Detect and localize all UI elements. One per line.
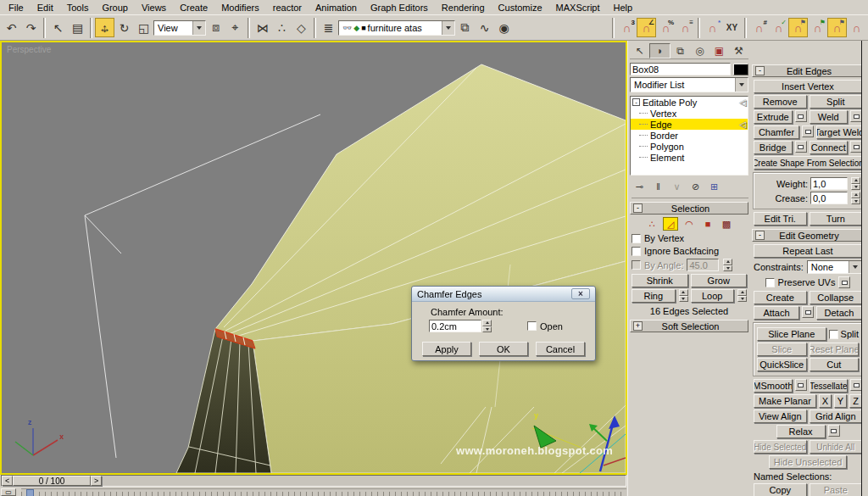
stack-row-border[interactable]: Border xyxy=(631,130,748,141)
layer-manager-icon[interactable]: ≣ xyxy=(319,18,338,37)
paste-button[interactable]: Paste xyxy=(810,483,863,496)
time-slider-track[interactable]: < 0 / 100 > xyxy=(1,475,626,487)
dialog-title-bar[interactable]: Chamfer Edges × xyxy=(412,287,595,302)
tab-modify[interactable]: ◗ xyxy=(649,43,670,59)
mirror-icon[interactable]: ⋈ xyxy=(253,18,272,37)
attach-settings-icon[interactable] xyxy=(802,306,814,318)
axis-constraints-icon[interactable]: XY xyxy=(722,18,742,37)
curve-editor-icon[interactable]: ∿ xyxy=(475,18,494,37)
snap-flag-4-icon[interactable]: ∩ xyxy=(847,18,866,37)
collapse-icon[interactable]: - xyxy=(632,98,640,106)
ok-button[interactable]: OK xyxy=(479,342,528,356)
unhide-all-button[interactable]: Unhide All xyxy=(810,440,863,454)
shrink-button[interactable]: Shrink xyxy=(632,274,688,287)
use-pivot-center-icon[interactable]: ⧈ xyxy=(206,18,225,37)
menu-group[interactable]: Group xyxy=(95,2,135,14)
combo-arrow-icon[interactable] xyxy=(442,21,454,35)
object-color-swatch[interactable] xyxy=(733,64,748,75)
menu-rendering[interactable]: Rendering xyxy=(435,2,492,14)
vertex-mode-icon[interactable]: ∴ xyxy=(644,217,659,231)
repeat-last-button[interactable]: Repeat Last xyxy=(754,244,862,258)
by-vertex-checkbox[interactable] xyxy=(632,234,641,243)
grid-align-button[interactable]: Grid Align xyxy=(810,410,863,423)
open-checkbox[interactable] xyxy=(527,321,537,331)
chamfer-amount-field[interactable] xyxy=(429,320,481,332)
bridge-button[interactable]: Bridge xyxy=(754,141,793,154)
copy-button[interactable]: Copy xyxy=(754,483,807,496)
chamfer-settings-icon[interactable] xyxy=(802,125,814,137)
hide-unselected-button[interactable]: Hide Unselected xyxy=(769,455,847,469)
snap-flag-3-icon[interactable]: ∩⚑ xyxy=(827,18,847,37)
select-move-icon[interactable]: ↔↕ xyxy=(95,18,114,37)
collapse-button[interactable]: Collapse xyxy=(810,291,863,304)
menu-tools[interactable]: Tools xyxy=(60,2,96,14)
tab-motion[interactable]: ◎ xyxy=(690,43,709,59)
edit-tri-button[interactable]: Edit Tri. xyxy=(754,212,807,226)
stack-row-element[interactable]: Element xyxy=(631,152,748,163)
split-button[interactable]: Split xyxy=(810,95,863,109)
track-bar-ruler[interactable] xyxy=(21,488,626,496)
bridge-settings-icon[interactable] xyxy=(795,141,807,153)
stack-row-vertex[interactable]: Vertex xyxy=(631,108,748,119)
pin-stack-icon[interactable]: ⊸ xyxy=(632,180,648,193)
quickslice-button[interactable]: QuickSlice xyxy=(757,358,807,371)
by-angle-spinner[interactable] xyxy=(723,259,732,271)
modifier-list-combo[interactable]: Modifier List xyxy=(630,77,748,92)
by-angle-checkbox[interactable] xyxy=(632,260,641,270)
selection-rollout-header[interactable]: - Selection xyxy=(630,202,748,215)
tessellate-button[interactable]: Tessellate xyxy=(810,379,849,393)
snap-check-icon[interactable]: ∩✓ xyxy=(769,18,788,37)
edit-geometry-rollout-header[interactable]: - Edit Geometry xyxy=(752,229,864,242)
track-bar[interactable]: ▭ xyxy=(1,488,626,496)
chamfer-button[interactable]: Chamfer xyxy=(754,125,799,139)
redo-icon[interactable]: ↷ xyxy=(21,18,41,37)
preserve-uvs-settings-icon[interactable] xyxy=(838,276,850,288)
snap-flyout-icon[interactable]: ∩* xyxy=(703,18,722,37)
spinner-snap-icon[interactable]: ∩≡ xyxy=(676,18,695,37)
slice-button[interactable]: Slice xyxy=(757,343,807,356)
planar-z-button[interactable]: Z xyxy=(849,394,862,408)
loop-button[interactable]: Loop xyxy=(691,289,735,303)
material-editor-icon[interactable]: ◉ xyxy=(494,18,514,37)
preserve-uvs-checkbox[interactable] xyxy=(765,278,775,287)
cancel-button[interactable]: Cancel xyxy=(536,342,585,356)
menu-reactor[interactable]: reactor xyxy=(266,2,309,14)
planar-x-button[interactable]: X xyxy=(819,394,832,408)
border-mode-icon[interactable]: ◠ xyxy=(682,217,697,231)
turn-button[interactable]: Turn xyxy=(810,212,863,226)
extrude-settings-icon[interactable] xyxy=(795,110,807,122)
select-by-name-icon[interactable]: ▤ xyxy=(68,18,87,37)
show-end-result-icon[interactable]: ‖ xyxy=(650,180,666,193)
edge-mode-icon[interactable]: ◿ xyxy=(663,217,678,231)
menu-file[interactable]: File xyxy=(2,2,31,14)
array-icon[interactable]: ∴ xyxy=(272,18,292,37)
slice-plane-button[interactable]: Slice Plane xyxy=(757,327,826,341)
target-weld-button[interactable]: Target Weld xyxy=(816,125,862,139)
percent-snap-icon[interactable]: ∩% xyxy=(656,18,676,37)
split-checkbox[interactable] xyxy=(829,330,838,339)
extrude-button[interactable]: Extrude xyxy=(754,110,793,124)
crease-spinner[interactable] xyxy=(851,192,860,204)
remove-modifier-icon[interactable]: ⊘ xyxy=(687,180,704,193)
connect-settings-icon[interactable] xyxy=(850,141,862,153)
next-frame-button[interactable]: > xyxy=(91,476,102,486)
undo-icon[interactable]: ↶ xyxy=(2,18,21,37)
insert-vertex-button[interactable]: Insert Vertex xyxy=(754,80,862,93)
soft-selection-rollout-header[interactable]: + Soft Selection xyxy=(630,320,748,332)
align-icon[interactable]: ◇ xyxy=(292,18,311,37)
chamfer-amount-spinner[interactable] xyxy=(482,320,492,332)
menu-edit[interactable]: Edit xyxy=(31,2,60,14)
menu-help[interactable]: Help xyxy=(607,2,640,14)
detach-button[interactable]: Detach xyxy=(816,306,862,320)
tab-display[interactable]: ▣ xyxy=(709,43,729,59)
attach-button[interactable]: Attach xyxy=(754,306,799,320)
make-unique-icon[interactable]: ∨ xyxy=(669,180,685,193)
close-icon[interactable]: × xyxy=(571,288,590,299)
schematic-view-icon[interactable]: ⧉ xyxy=(455,18,475,37)
grow-button[interactable]: Grow xyxy=(691,274,748,287)
menu-maxscript[interactable]: MAXScript xyxy=(549,2,607,14)
remove-button[interactable]: Remove xyxy=(754,95,807,109)
polygon-mode-icon[interactable]: ■ xyxy=(700,217,715,231)
tab-utilities[interactable]: ⚒ xyxy=(729,43,748,59)
weight-spinner[interactable] xyxy=(851,177,860,190)
